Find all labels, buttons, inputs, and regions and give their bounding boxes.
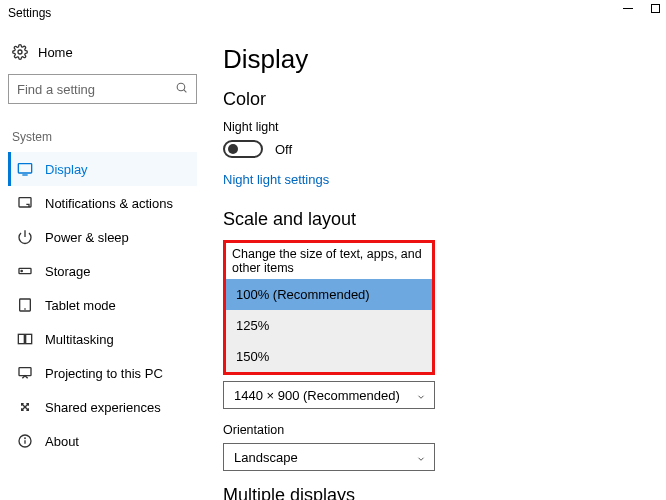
nav-label: Projecting to this PC — [45, 366, 163, 381]
chevron-down-icon — [416, 390, 426, 400]
minimize-icon[interactable] — [623, 8, 633, 9]
size-option-150[interactable]: 150% — [226, 341, 432, 372]
nav-storage[interactable]: Storage — [8, 254, 197, 288]
resolution-value: 1440 × 900 (Recommended) — [234, 388, 400, 403]
nav-shared[interactable]: Shared experiences — [8, 390, 197, 424]
nav-multitasking[interactable]: Multitasking — [8, 322, 197, 356]
orientation-select[interactable]: Landscape — [223, 443, 435, 471]
maximize-icon[interactable] — [651, 4, 660, 13]
svg-line-2 — [184, 90, 187, 93]
nav-notifications[interactable]: Notifications & actions — [8, 186, 197, 220]
nav-tablet[interactable]: Tablet mode — [8, 288, 197, 322]
toggle-state: Off — [275, 142, 292, 157]
nav-label: Power & sleep — [45, 230, 129, 245]
color-heading: Color — [223, 89, 648, 110]
category-label: System — [12, 130, 197, 144]
display-icon — [17, 161, 33, 177]
svg-point-8 — [21, 270, 22, 271]
toggle-track — [223, 140, 263, 158]
power-icon — [17, 229, 33, 245]
orientation-value: Landscape — [234, 450, 298, 465]
nav-label: About — [45, 434, 79, 449]
search-input[interactable]: Find a setting — [8, 74, 197, 104]
notifications-icon — [17, 195, 33, 211]
svg-rect-11 — [18, 334, 24, 343]
multi-heading: Multiple displays — [223, 485, 648, 500]
info-icon — [17, 433, 33, 449]
page-title: Display — [223, 44, 648, 75]
search-placeholder: Find a setting — [17, 82, 95, 97]
nav-label: Storage — [45, 264, 91, 279]
svg-rect-13 — [19, 368, 31, 376]
projecting-icon — [17, 365, 33, 381]
nav-about[interactable]: About — [8, 424, 197, 458]
night-light-settings-link[interactable]: Night light settings — [223, 172, 648, 187]
titlebar: Settings — [0, 0, 666, 26]
tablet-icon — [17, 297, 33, 313]
storage-icon — [17, 263, 33, 279]
multitasking-icon — [17, 331, 33, 347]
home-label: Home — [38, 45, 73, 60]
size-option-100[interactable]: 100% (Recommended) — [226, 279, 432, 310]
svg-rect-12 — [26, 334, 32, 343]
search-icon — [175, 81, 188, 97]
main: Display Color Night light Off Night ligh… — [205, 26, 666, 500]
nav-label: Notifications & actions — [45, 196, 173, 211]
nav-projecting[interactable]: Projecting to this PC — [8, 356, 197, 390]
nav-power[interactable]: Power & sleep — [8, 220, 197, 254]
night-light-label: Night light — [223, 120, 648, 134]
resolution-select[interactable]: 1440 × 900 (Recommended) — [223, 381, 435, 409]
orientation-label: Orientation — [223, 423, 648, 437]
size-option-125[interactable]: 125% — [226, 310, 432, 341]
svg-point-0 — [18, 50, 22, 54]
nav-label: Multitasking — [45, 332, 114, 347]
chevron-down-icon — [416, 452, 426, 462]
home-button[interactable]: Home — [8, 40, 197, 74]
nav-label: Tablet mode — [45, 298, 116, 313]
night-light-toggle[interactable]: Off — [223, 140, 648, 158]
sidebar: Home Find a setting System Display Notif… — [0, 26, 205, 500]
svg-rect-3 — [18, 164, 31, 173]
text-size-label: Change the size of text, apps, and other… — [226, 243, 432, 279]
svg-point-1 — [177, 83, 185, 91]
nav-display[interactable]: Display — [8, 152, 197, 186]
nav-label: Display — [45, 162, 88, 177]
nav-list: Display Notifications & actions Power & … — [8, 152, 197, 458]
shared-icon — [17, 399, 33, 415]
svg-point-18 — [25, 438, 26, 439]
gear-icon — [12, 44, 28, 60]
window-title: Settings — [8, 6, 51, 20]
scale-heading: Scale and layout — [223, 209, 648, 230]
nav-label: Shared experiences — [45, 400, 161, 415]
text-size-dropdown[interactable]: Change the size of text, apps, and other… — [223, 240, 435, 375]
